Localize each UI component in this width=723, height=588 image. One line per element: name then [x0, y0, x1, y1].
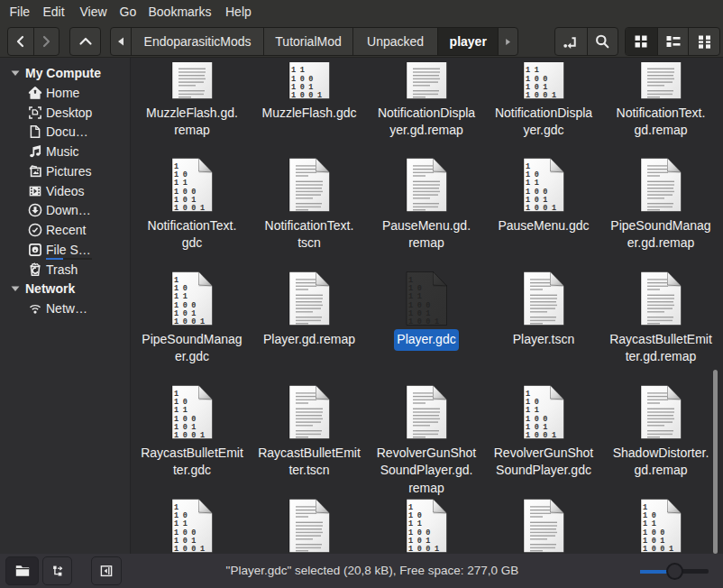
svg-text:1001: 1001: [174, 431, 209, 439]
svg-text:1001: 1001: [174, 317, 209, 326]
svg-text:1001: 1001: [174, 545, 209, 553]
svg-text:1001: 1001: [526, 431, 561, 439]
svg-text:1001: 1001: [291, 91, 326, 99]
svg-text:1001: 1001: [643, 545, 678, 553]
svg-text:1001: 1001: [526, 91, 561, 99]
svg-text:1001: 1001: [408, 545, 444, 553]
svg-text:1001: 1001: [174, 204, 209, 212]
svg-text:1001: 1001: [526, 204, 561, 212]
svg-text:1001: 1001: [408, 317, 444, 326]
